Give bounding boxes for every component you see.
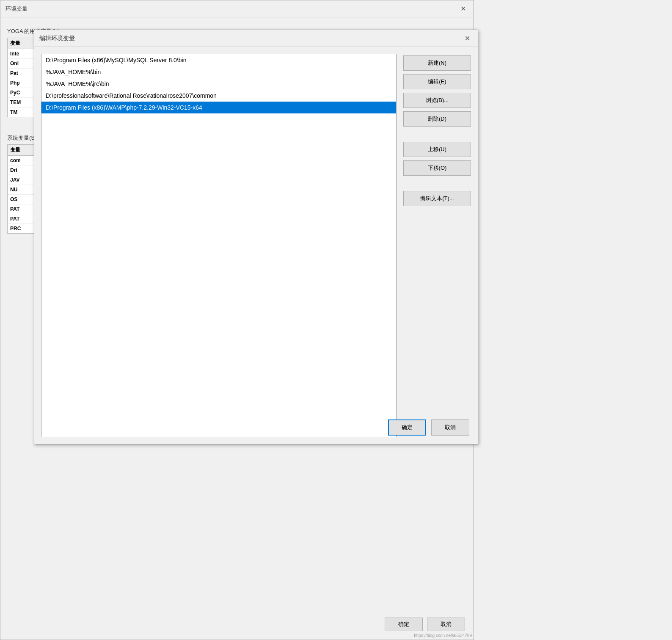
outer-window-title: 环境变量 [6, 5, 28, 13]
dialog-cancel-button[interactable]: 取消 [431, 419, 469, 436]
path-item-2[interactable]: %JAVA_HOME%\jre\bin [41, 78, 396, 90]
watermark-text: https://blog.csdn.net/a5534789 [414, 633, 472, 638]
outer-ok-button[interactable]: 确定 [385, 618, 423, 631]
path-list[interactable]: D:\Program Files (x86)\MySQL\MySQL Serve… [41, 54, 397, 437]
path-item-3[interactable]: D:\professionalsoftware\Rational Rose\ra… [41, 90, 396, 102]
browse-button[interactable]: 浏览(B)... [403, 93, 471, 108]
right-buttons-panel: 新建(N) 编辑(E) 浏览(B)... 删除(D) 上移(U) 下移(O) 编… [403, 54, 471, 437]
inner-close-button[interactable]: ✕ [462, 34, 473, 43]
inner-titlebar: 编辑环境变量 ✕ [34, 30, 478, 47]
move-down-button[interactable]: 下移(O) [403, 160, 471, 176]
button-spacer [403, 130, 471, 138]
inner-dialog: 编辑环境变量 ✕ D:\Program Files (x86)\MySQL\My… [34, 30, 478, 444]
edit-button[interactable]: 编辑(E) [403, 74, 471, 89]
outer-close-button[interactable]: ✕ [458, 5, 468, 13]
new-button[interactable]: 新建(N) [403, 55, 471, 71]
button-spacer-2 [403, 179, 471, 188]
outer-cancel-button[interactable]: 取消 [427, 618, 465, 631]
inner-dialog-content: D:\Program Files (x86)\MySQL\MySQL Serve… [34, 47, 478, 444]
inner-dialog-title: 编辑环境变量 [39, 35, 75, 42]
path-item-1[interactable]: %JAVA_HOME%\bin [41, 66, 396, 78]
outer-titlebar: 环境变量 ✕ [0, 0, 474, 17]
move-up-button[interactable]: 上移(U) [403, 142, 471, 157]
dialog-ok-button[interactable]: 确定 [388, 419, 426, 436]
edit-text-button[interactable]: 编辑文本(T)... [403, 191, 471, 206]
dialog-bottom-buttons: 确定 取消 [388, 419, 469, 436]
outer-bottom-buttons: 确定 取消 [385, 618, 465, 631]
path-item-0[interactable]: D:\Program Files (x86)\MySQL\MySQL Serve… [41, 54, 396, 66]
path-item-4[interactable]: D:\Program Files (x86)\WAMP\php-7.2.29-W… [41, 102, 396, 113]
delete-button[interactable]: 删除(D) [403, 111, 471, 127]
